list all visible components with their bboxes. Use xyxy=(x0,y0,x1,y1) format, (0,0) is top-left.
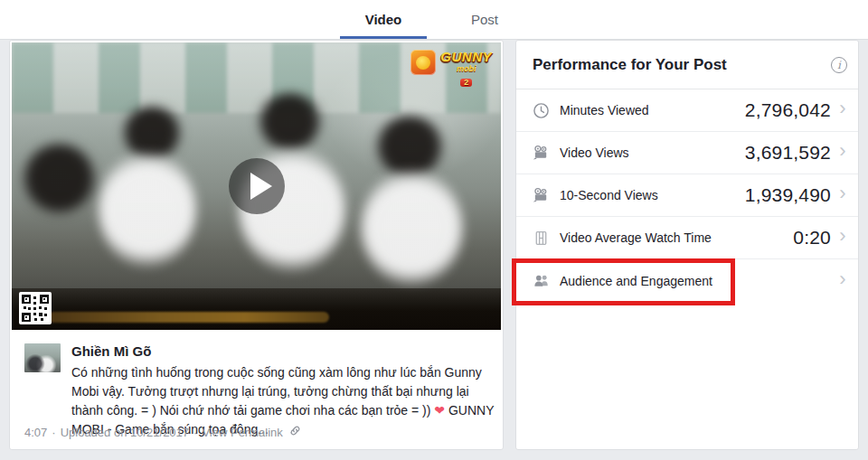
video-meta: Ghiền Mì Gõ Có những tình huống trong cu… xyxy=(10,332,503,439)
metric-value: 2,796,042 xyxy=(745,99,831,121)
watermark-subtitle: mobi xyxy=(440,65,492,73)
scene-figure xyxy=(21,142,98,214)
film-frame-icon xyxy=(533,229,551,247)
performance-header: Performance for Your Post i xyxy=(516,41,858,89)
metric-row-10-second-views[interactable]: 10-Second Views 1,939,490 › xyxy=(516,174,858,217)
chevron-right-icon: › xyxy=(836,141,849,161)
chevron-right-icon: › xyxy=(836,99,849,118)
video-title: Ghiền Mì Gõ xyxy=(71,343,495,359)
chevron-right-icon: › xyxy=(836,183,849,203)
play-button[interactable] xyxy=(229,158,285,214)
video-footer: 4:07 · Uploaded on 10/21/2017 · View Per… xyxy=(24,425,301,439)
metric-value: 3,691,592 xyxy=(745,142,831,164)
scene-figure xyxy=(360,169,464,286)
dot-separator: · xyxy=(193,426,197,439)
chevron-right-icon: › xyxy=(836,269,849,289)
metric-row-average-watch-time[interactable]: Video Average Watch Time 0:20 › xyxy=(516,217,858,259)
upload-date: Uploaded on 10/21/2017 xyxy=(61,426,189,439)
metric-label: 10-Second Views xyxy=(560,188,745,202)
video-post-card: GUNNY mobi 2 Ghiền Mì Gõ Có những tình h… xyxy=(9,40,504,450)
video-camera-icon xyxy=(533,186,551,204)
top-tab-bar: Video Post xyxy=(0,0,868,40)
video-player[interactable]: GUNNY mobi 2 xyxy=(12,42,501,330)
metric-value: 1,939,490 xyxy=(745,184,831,206)
tab-post[interactable]: Post xyxy=(441,0,528,39)
metric-label: Video Views xyxy=(560,146,745,160)
heart-emoji: ❤ xyxy=(434,403,445,418)
performance-panel: Performance for Your Post i Minutes View… xyxy=(515,40,859,450)
audience-icon xyxy=(533,272,551,290)
play-icon xyxy=(250,173,272,200)
video-camera-icon xyxy=(533,144,551,162)
permalink-chain-icon xyxy=(289,425,301,439)
chevron-right-icon: › xyxy=(836,226,849,246)
qr-code xyxy=(19,292,52,324)
metric-label: Minutes Viewed xyxy=(560,103,745,117)
video-duration: 4:07 xyxy=(24,426,47,439)
scene-figure xyxy=(256,92,324,151)
metric-label: Video Average Watch Time xyxy=(560,230,793,245)
metric-row-minutes-viewed[interactable]: Minutes Viewed 2,796,042 › xyxy=(516,89,858,132)
metric-value: 0:20 xyxy=(793,227,831,249)
metric-row-audience-engagement[interactable]: Audience and Engagement › xyxy=(516,259,858,302)
dot-separator: · xyxy=(52,426,55,439)
watermark-badge: 2 xyxy=(460,79,472,87)
info-icon[interactable]: i xyxy=(831,57,847,73)
metric-label: Audience and Engagement xyxy=(560,274,831,288)
tab-video[interactable]: Video xyxy=(340,0,427,39)
game-log-art xyxy=(48,312,329,323)
scene-figure xyxy=(98,151,197,268)
watermark-title: GUNNY xyxy=(440,49,492,64)
clock-icon xyxy=(533,101,551,119)
description-text: Có những tình huống trong cuộc sống cũng… xyxy=(71,365,482,418)
view-permalink-link[interactable]: View Permalink xyxy=(202,426,282,439)
performance-title: Performance for Your Post xyxy=(533,56,727,74)
video-thumbnail xyxy=(24,343,61,372)
metric-row-video-views[interactable]: Video Views 3,691,592 › xyxy=(516,132,858,174)
gunny-mobi-watermark: GUNNY mobi 2 xyxy=(410,50,492,88)
video-bottom-strip xyxy=(12,288,501,330)
gunny-app-icon xyxy=(410,50,436,75)
